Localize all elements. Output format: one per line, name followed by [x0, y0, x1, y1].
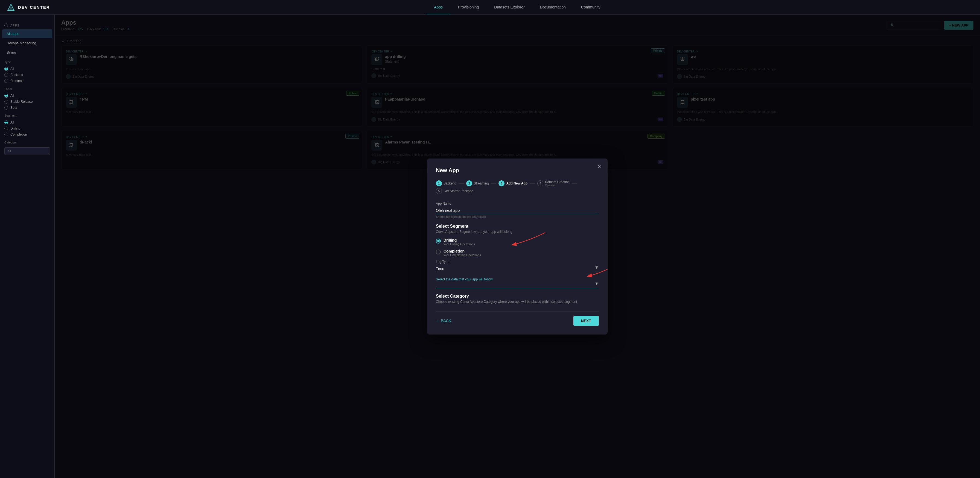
segment-drilling-option[interactable]: Drilling Well Drilling Operations [436, 238, 599, 246]
label-beta-radio[interactable] [5, 106, 8, 110]
data-follow-select[interactable] [436, 281, 599, 288]
modal-footer: ← BACK NEXT [436, 311, 599, 326]
modal-overlay[interactable]: New App × 1 Backend 2 Streaming 3 [55, 15, 980, 478]
logo-text: DEV CENTER [18, 5, 50, 10]
step-label-backend: Backend [444, 181, 457, 185]
drilling-option-desc: Well Drilling Operations [444, 242, 475, 246]
step-label-dataset: Dataset Creation [545, 180, 570, 184]
category-filter-group: Category All [0, 138, 54, 155]
step-num-3: 3 [498, 180, 504, 186]
label-all[interactable]: All [5, 93, 50, 98]
back-button[interactable]: ← BACK [436, 319, 451, 323]
next-button[interactable]: NEXT [573, 316, 599, 326]
select-category-desc: Choose existing Corva Appstore Category … [436, 300, 599, 303]
completion-option-name: Completion [444, 249, 481, 253]
main-content: Apps Frontend: 125 Backend: 154 Bundles:… [55, 15, 980, 478]
modal: New App × 1 Backend 2 Streaming 3 [427, 159, 608, 335]
step-label-add-app: Add New App [506, 181, 527, 185]
label-stable-radio[interactable] [5, 100, 8, 103]
category-select[interactable]: All [5, 147, 50, 155]
select-category-title: Select Category [436, 294, 599, 299]
step-connector-4 [572, 183, 577, 184]
data-follow-link[interactable]: Select the data that your app will follo… [436, 277, 492, 281]
step-connector-1 [458, 183, 464, 184]
modal-close-button[interactable]: × [595, 163, 603, 170]
log-type-select[interactable]: Time Depth Activity [436, 265, 599, 272]
type-backend[interactable]: Backend [5, 72, 50, 78]
type-filter-group: Type All Backend Frontend [0, 57, 54, 84]
completion-radio-outer[interactable] [436, 249, 441, 254]
step-label-starter: Get Starter Package [444, 189, 473, 193]
step-sub-dataset: Optional [545, 184, 570, 187]
label-label: Label [5, 87, 50, 91]
category-label: Category [5, 141, 50, 144]
step-connector-3 [530, 183, 535, 184]
step-num-4: 4 [537, 180, 543, 186]
nav-documentation[interactable]: Documentation [532, 0, 573, 14]
segment-completion-option[interactable]: Completion Well Completion Operations [436, 249, 599, 257]
step-num-1: 1 [436, 180, 442, 186]
type-all[interactable]: All [5, 66, 50, 72]
nav-datasets[interactable]: Datasets Explorer [487, 0, 532, 14]
logo-icon [6, 3, 15, 12]
segment-completion-radio[interactable] [5, 133, 8, 137]
steps: 1 Backend 2 Streaming 3 Add New App [436, 180, 599, 194]
segment-drilling[interactable]: Drilling [5, 125, 50, 132]
nav-links: Apps Provisioning Datasets Explorer Docu… [61, 0, 974, 14]
step-connector-2 [491, 183, 496, 184]
segment-all[interactable]: All [5, 119, 50, 125]
step-streaming[interactable]: 2 Streaming [466, 180, 489, 186]
step-num-5: 5 [436, 188, 442, 194]
drilling-option-name: Drilling [444, 238, 475, 242]
drilling-radio-inner [437, 240, 440, 242]
drilling-radio-outer[interactable] [436, 238, 441, 243]
app-name-label: App Name [436, 202, 599, 205]
label-filter-group: Label All Stable Release Beta [0, 84, 54, 111]
segment-filter-group: Segment All Drilling Completion [0, 111, 54, 138]
apps-icon [5, 24, 8, 27]
sidebar-item-billing[interactable]: Billing [2, 48, 52, 57]
app-name-hint: Should not contain special characters [436, 215, 599, 218]
label-beta[interactable]: Beta [5, 105, 50, 111]
segment-all-radio[interactable] [5, 121, 8, 124]
segment-completion[interactable]: Completion [5, 132, 50, 138]
data-follow-section: Select the data that your app will follo… [436, 276, 599, 288]
label-all-radio[interactable] [5, 94, 8, 98]
segment-drilling-radio[interactable] [5, 127, 8, 130]
step-num-2: 2 [466, 180, 472, 186]
type-all-radio[interactable] [5, 67, 8, 71]
svg-marker-1 [9, 6, 13, 10]
segment-label: Segment [5, 114, 50, 117]
type-label: Type [5, 60, 50, 64]
sidebar-item-all-apps[interactable]: All apps [2, 29, 52, 38]
sidebar: APPS All apps Devops Monitoring Billing … [0, 15, 55, 478]
modal-title: New App [436, 167, 599, 173]
logo-area: DEV CENTER [6, 3, 50, 12]
type-frontend-radio[interactable] [5, 79, 8, 83]
step-add-app[interactable]: 3 Add New App [498, 180, 527, 186]
sidebar-item-devops[interactable]: Devops Monitoring [2, 38, 52, 48]
top-nav: DEV CENTER Apps Provisioning Datasets Ex… [0, 0, 980, 15]
completion-option-desc: Well Completion Operations [444, 253, 481, 257]
step-label-streaming: Streaming [474, 181, 489, 185]
select-segment-title: Select Segment [436, 224, 599, 229]
nav-community[interactable]: Community [573, 0, 608, 14]
step-backend[interactable]: 1 Backend [436, 180, 457, 186]
label-stable[interactable]: Stable Release [5, 98, 50, 105]
nav-apps[interactable]: Apps [426, 0, 450, 14]
select-segment-desc: Corva Appstore Segment where your app wi… [436, 230, 599, 233]
app-layout: APPS All apps Devops Monitoring Billing … [0, 15, 980, 478]
log-type-label: Log Type [436, 260, 599, 264]
type-frontend[interactable]: Frontend [5, 78, 50, 84]
log-type-wrapper: Time Depth Activity ▼ [436, 265, 599, 272]
app-name-input[interactable] [436, 207, 599, 214]
data-follow-select-wrapper: ▼ [436, 281, 599, 288]
step-dataset[interactable]: 4 Dataset Creation Optional [537, 180, 570, 187]
sidebar-apps-label: APPS [0, 20, 54, 29]
type-backend-radio[interactable] [5, 73, 8, 77]
nav-provisioning[interactable]: Provisioning [450, 0, 487, 14]
step-starter[interactable]: 5 Get Starter Package [436, 188, 473, 194]
